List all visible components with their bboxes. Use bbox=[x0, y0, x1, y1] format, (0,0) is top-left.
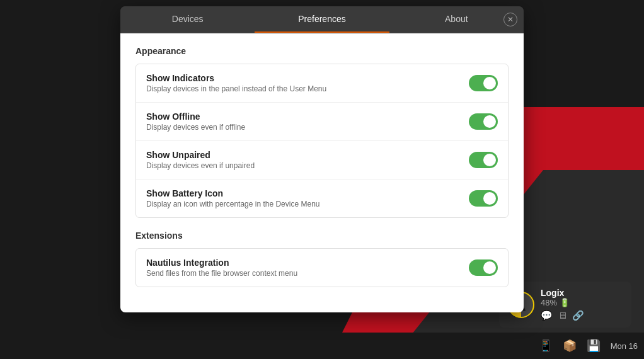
nautilus-toggle-wrap[interactable] bbox=[469, 259, 498, 276]
show-offline-desc: Display devices even if offline bbox=[146, 123, 459, 132]
storage-icon[interactable]: 💾 bbox=[587, 339, 601, 353]
show-battery-icon-toggle[interactable] bbox=[469, 190, 498, 207]
nautilus-label: Nautilus Integration bbox=[146, 258, 459, 268]
show-unpaired-slider bbox=[469, 152, 498, 168]
nautilus-desc: Send files from the file browser context… bbox=[146, 269, 459, 278]
show-battery-icon-text: Show Battery Icon Display an icon with p… bbox=[146, 188, 459, 208]
preferences-dialog: Devices Preferences About ✕ Appearance S… bbox=[120, 6, 524, 312]
show-indicators-toggle-wrap[interactable] bbox=[469, 75, 498, 91]
show-battery-icon-label: Show Battery Icon bbox=[146, 188, 459, 198]
show-unpaired-desc: Display devices even if unpaired bbox=[146, 161, 459, 170]
appearance-section-title: Appearance bbox=[135, 46, 509, 56]
show-indicators-toggle[interactable] bbox=[469, 75, 498, 91]
extensions-settings-card: Nautilus Integration Send files from the… bbox=[135, 248, 509, 287]
phone-icon[interactable]: 📱 bbox=[539, 339, 553, 353]
dialog-titlebar: Devices Preferences About ✕ bbox=[120, 6, 524, 33]
taskbar: 📱 📦 💾 Mon 16 bbox=[0, 333, 644, 359]
setting-show-unpaired: Show Unpaired Display devices even if un… bbox=[136, 141, 508, 180]
setting-nautilus-integration: Nautilus Integration Send files from the… bbox=[136, 249, 508, 287]
taskbar-time: Mon 16 bbox=[611, 341, 638, 351]
show-unpaired-text: Show Unpaired Display devices even if un… bbox=[146, 150, 459, 170]
show-battery-icon-desc: Display an icon with percentage in the D… bbox=[146, 200, 459, 208]
show-offline-slider bbox=[469, 113, 498, 130]
dialog-backdrop: Devices Preferences About ✕ Appearance S… bbox=[0, 0, 644, 333]
appearance-settings-card: Show Indicators Display devices in the p… bbox=[135, 64, 509, 218]
extensions-section-title: Extensions bbox=[135, 231, 509, 241]
show-indicators-text: Show Indicators Display devices in the p… bbox=[146, 73, 459, 93]
show-battery-icon-slider bbox=[469, 190, 498, 207]
nautilus-text: Nautilus Integration Send files from the… bbox=[146, 258, 459, 278]
show-offline-label: Show Offline bbox=[146, 111, 459, 122]
show-offline-toggle-wrap[interactable] bbox=[469, 113, 498, 130]
setting-show-offline: Show Offline Display devices even if off… bbox=[136, 103, 508, 141]
show-offline-text: Show Offline Display devices even if off… bbox=[146, 111, 459, 132]
show-battery-icon-toggle-wrap[interactable] bbox=[469, 190, 498, 207]
show-indicators-slider bbox=[469, 75, 498, 91]
dialog-body: Appearance Show Indicators Display devic… bbox=[120, 33, 524, 312]
show-unpaired-toggle-wrap[interactable] bbox=[469, 152, 498, 168]
show-indicators-desc: Display devices in the panel instead of … bbox=[146, 84, 459, 93]
show-unpaired-label: Show Unpaired bbox=[146, 150, 459, 160]
show-offline-toggle[interactable] bbox=[469, 113, 498, 130]
setting-show-indicators: Show Indicators Display devices in the p… bbox=[136, 64, 508, 103]
tab-devices[interactable]: Devices bbox=[120, 6, 255, 33]
tab-preferences[interactable]: Preferences bbox=[255, 6, 389, 33]
dropbox-icon[interactable]: 📦 bbox=[563, 339, 577, 353]
show-unpaired-toggle[interactable] bbox=[469, 152, 498, 168]
show-indicators-label: Show Indicators bbox=[146, 73, 459, 83]
nautilus-toggle[interactable] bbox=[469, 259, 498, 276]
setting-show-battery-icon: Show Battery Icon Display an icon with p… bbox=[136, 180, 508, 217]
nautilus-slider bbox=[469, 259, 498, 276]
close-button[interactable]: ✕ bbox=[503, 13, 517, 26]
